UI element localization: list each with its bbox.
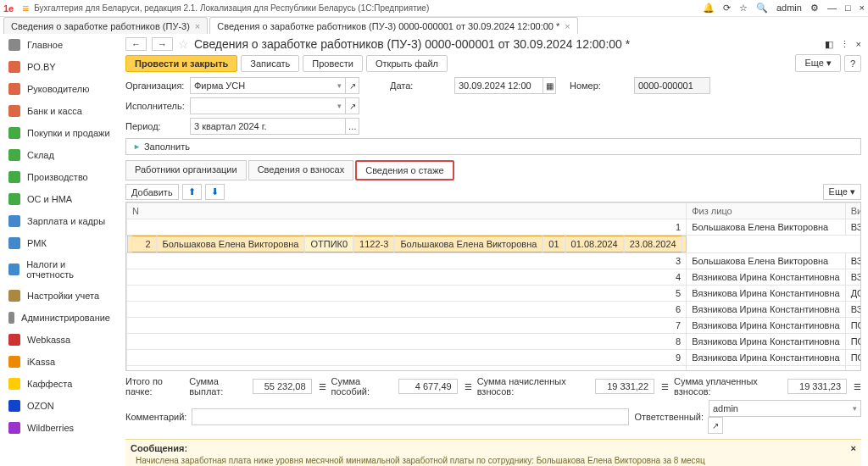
help-button[interactable]: ? — [844, 55, 861, 72]
column-header[interactable]: N — [127, 203, 687, 219]
table-row[interactable]: 10Иванова Мария АлександровнаВЗНОСЫВРЕМ1… — [127, 366, 862, 372]
favorite-icon[interactable]: ☆ — [178, 37, 189, 51]
date-input[interactable] — [454, 77, 543, 94]
post-and-close-button[interactable]: Провести и закрыть — [125, 55, 237, 72]
adjust-icon[interactable]: ☰ — [465, 382, 472, 391]
section-icon — [8, 127, 20, 139]
sidebar-item[interactable]: Руководителю — [0, 78, 119, 100]
settings-icon[interactable]: ⚙ — [810, 3, 819, 14]
adjust-icon[interactable]: ☰ — [854, 382, 861, 391]
exec-open-button[interactable]: ↗ — [345, 97, 359, 114]
seniority-table[interactable]: NФиз лицоВид деятельностиКод по ОКПДТРСо… — [125, 202, 861, 371]
main-menu-icon[interactable]: ≡ — [22, 2, 29, 15]
menu-icon[interactable]: ⋮ — [840, 39, 849, 50]
tab-document[interactable]: Сведения о заработке работников (ПУ-3) 0… — [209, 17, 577, 34]
move-down-button[interactable]: ⬇ — [205, 184, 225, 200]
calendar-icon[interactable]: ▦ — [542, 77, 556, 94]
nav-back-button[interactable]: ← — [125, 37, 147, 51]
period-input[interactable] — [190, 118, 346, 135]
write-button[interactable]: Записать — [241, 55, 299, 72]
table-row[interactable]: 6Вязникова Ирина КонстантиновнаВЗНОСЫВРЕ… — [127, 302, 862, 318]
org-select[interactable]: Фирма УСН▾ — [190, 77, 346, 94]
messages-close-icon[interactable]: × — [851, 443, 856, 453]
sidebar-item-label: РМК — [27, 238, 47, 248]
close-form-icon[interactable]: × — [856, 39, 861, 50]
user-label[interactable]: admin — [776, 3, 802, 14]
resp-label: Ответственный: — [634, 412, 704, 422]
search-icon[interactable]: 🔍 — [756, 3, 768, 14]
exec-select[interactable]: ▾ — [190, 97, 346, 114]
sidebar-item-label: Каффеста — [27, 379, 72, 389]
sidebar-item[interactable]: OZON — [0, 395, 119, 417]
sidebar-item[interactable]: ОС и НМА — [0, 188, 119, 210]
sidebar-item[interactable]: Webkassa — [0, 329, 119, 351]
table-row[interactable]: 3Большакова Елена ВикторовнаВЗНОСЫВРЕМ11… — [127, 253, 862, 269]
maximize-icon[interactable]: □ — [845, 3, 851, 14]
adjust-icon[interactable]: ☰ — [661, 382, 669, 391]
section-icon — [8, 334, 20, 346]
sidebar-item[interactable]: Администрирование — [0, 307, 119, 329]
column-header[interactable]: Физ лицо — [687, 203, 845, 219]
nav-forward-button[interactable]: → — [152, 37, 173, 51]
resp-open-button[interactable]: ↗ — [708, 417, 723, 434]
sidebar-item[interactable]: PO.BY — [0, 56, 119, 78]
post-button[interactable]: Провести — [303, 55, 363, 72]
table-row[interactable]: 9Вязникова Ирина КонстантиновнаПОСОББИР1… — [127, 350, 862, 366]
sidebar-item[interactable]: iKassa — [0, 351, 119, 373]
history-icon[interactable]: ⟳ — [723, 3, 731, 14]
tab-close-icon[interactable]: × — [565, 21, 570, 31]
sidebar-item-label: Склад — [27, 150, 54, 160]
org-open-button[interactable]: ↗ — [345, 77, 359, 94]
period-select-button[interactable]: … — [345, 118, 359, 135]
sidebar-item-label: Покупки и продажи — [27, 128, 110, 138]
tab-close-icon[interactable]: × — [195, 21, 200, 31]
table-row[interactable]: 8Вязникова Ирина КонстантиновнаПОСОББИР1… — [127, 334, 862, 350]
resp-select[interactable]: admin▾ — [709, 400, 861, 417]
tab-workers[interactable]: Работники организации — [125, 160, 247, 180]
table-row[interactable]: 5Вязникова Ирина КонстантиновнаДОГОВОР11… — [127, 286, 862, 302]
sidebar-item[interactable]: Банк и касса — [0, 100, 119, 122]
sidebar-item[interactable]: Настройки учета — [0, 285, 119, 307]
sidebar: ГлавноеPO.BYРуководителюБанк и кассаПоку… — [0, 34, 119, 466]
sidebar-item-label: Администрирование — [21, 313, 110, 323]
message-item[interactable]: Начислена заработная плата ниже уровня м… — [131, 453, 856, 466]
tab-seniority[interactable]: Сведения о стаже — [355, 160, 454, 180]
sidebar-item[interactable]: Wildberries — [0, 417, 119, 439]
section-icon — [8, 215, 20, 227]
table-row[interactable]: 4Вязникова Ирина КонстантиновнаВЗНОСЫВРЕ… — [127, 269, 862, 286]
move-up-button[interactable]: ⬆ — [182, 184, 202, 200]
sidebar-item[interactable]: Покупки и продажи — [0, 122, 119, 144]
column-header[interactable]: Вид деятельности — [845, 203, 861, 219]
star-icon[interactable]: ☆ — [739, 3, 748, 14]
comment-input[interactable] — [192, 408, 629, 425]
more-button[interactable]: Еще ▾ — [795, 54, 840, 72]
sidebar-item-label: Настройки учета — [27, 291, 99, 301]
list-more-button[interactable]: Еще ▾ — [823, 184, 861, 200]
open-file-button[interactable]: Открыть файл — [366, 55, 448, 72]
nac-value: 19 331,22 — [595, 379, 654, 394]
section-icon — [8, 61, 20, 73]
sidebar-item[interactable]: РМК — [0, 232, 119, 254]
fill-button[interactable]: Заполнить — [125, 138, 861, 155]
sidebar-item[interactable]: Зарплата и кадры — [0, 210, 119, 232]
sidebar-item[interactable]: Налоги и отчетность — [0, 254, 119, 285]
tab-contributions[interactable]: Сведения о взносах — [248, 160, 354, 180]
number-input — [634, 77, 710, 94]
table-row[interactable]: 7Вязникова Ирина КонстантиновнаПОСОББИР1… — [127, 318, 862, 334]
bell-icon[interactable]: 🔔 — [703, 3, 715, 14]
add-button[interactable]: Добавить — [125, 184, 179, 200]
sidebar-item-label: Wildberries — [27, 423, 74, 433]
num-label: Номер: — [570, 80, 629, 91]
table-row[interactable]: 1Большакова Елена ВикторовнаВЗНОСЫВРЕМ11… — [127, 219, 862, 236]
tab-list[interactable]: Сведения о заработке работников (ПУ-3)× — [3, 17, 208, 34]
close-icon[interactable]: × — [860, 3, 865, 14]
adjust-icon[interactable]: ☰ — [319, 382, 326, 391]
sidebar-item[interactable]: Главное — [0, 34, 119, 56]
table-row[interactable]: 2Большакова Елена ВикторовнаОТПИК01122-3… — [127, 236, 687, 252]
sidebar-item[interactable]: Склад — [0, 144, 119, 166]
open-window-icon[interactable]: ◧ — [825, 39, 833, 50]
minimize-icon[interactable]: — — [827, 3, 837, 14]
sidebar-item[interactable]: Производство — [0, 166, 119, 188]
sidebar-item[interactable]: Каффеста — [0, 373, 119, 395]
pos-value: 4 677,49 — [398, 379, 458, 394]
